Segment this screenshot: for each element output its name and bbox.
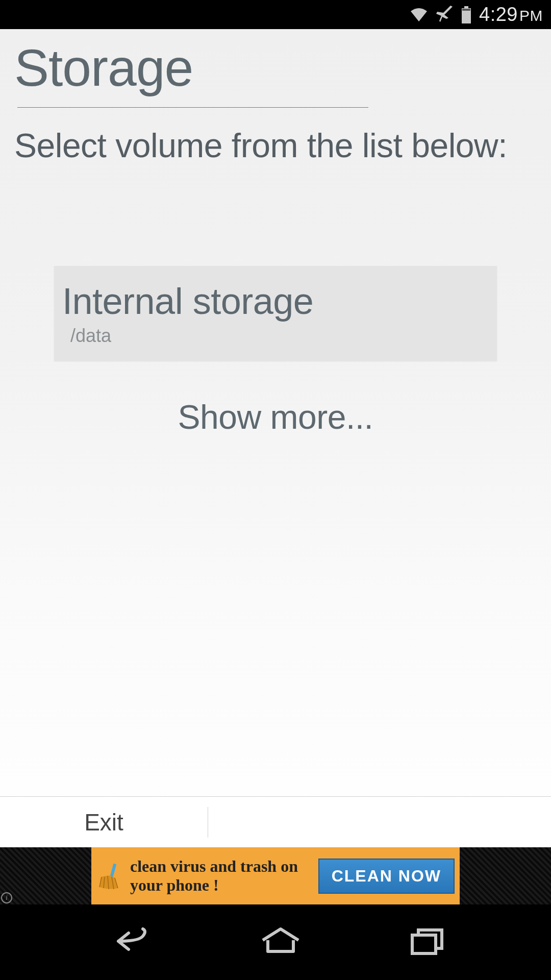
ad-banner[interactable]: clean virus and trash on your phone ! CL… (91, 847, 460, 904)
svg-rect-2 (462, 9, 470, 11)
battery-icon (461, 6, 472, 23)
svg-rect-3 (110, 864, 117, 877)
svg-rect-4 (412, 935, 436, 953)
volume-path: /data (62, 325, 489, 347)
ad-info-icon[interactable]: i (1, 892, 12, 903)
navigation-bar (0, 904, 551, 980)
volume-name: Internal storage (62, 280, 489, 322)
svg-rect-0 (464, 6, 468, 8)
home-icon[interactable] (258, 926, 304, 959)
bottom-bar: Exit (0, 796, 551, 847)
page-title: Storage (0, 29, 551, 98)
instruction-text: Select volume from the list below: (0, 108, 551, 165)
ad-side-right (460, 847, 551, 904)
ad-container: clean virus and trash on your phone ! CL… (0, 847, 551, 904)
main-content: Storage Select volume from the list belo… (0, 29, 551, 847)
airplane-icon (435, 6, 454, 24)
exit-button[interactable]: Exit (0, 807, 208, 838)
volume-item-internal[interactable]: Internal storage /data (54, 266, 497, 361)
recent-apps-icon[interactable] (407, 926, 448, 959)
status-time: 4:29PM (479, 4, 543, 26)
clean-now-button[interactable]: CLEAN NOW (318, 859, 455, 894)
back-icon[interactable] (103, 926, 154, 959)
ad-side-left (0, 847, 91, 904)
broom-icon (96, 862, 125, 890)
ad-text: clean virus and trash on your phone ! (130, 857, 313, 895)
status-bar: 4:29PM (0, 0, 551, 29)
wifi-icon (410, 7, 428, 22)
show-more-button[interactable]: Show more... (0, 398, 551, 436)
